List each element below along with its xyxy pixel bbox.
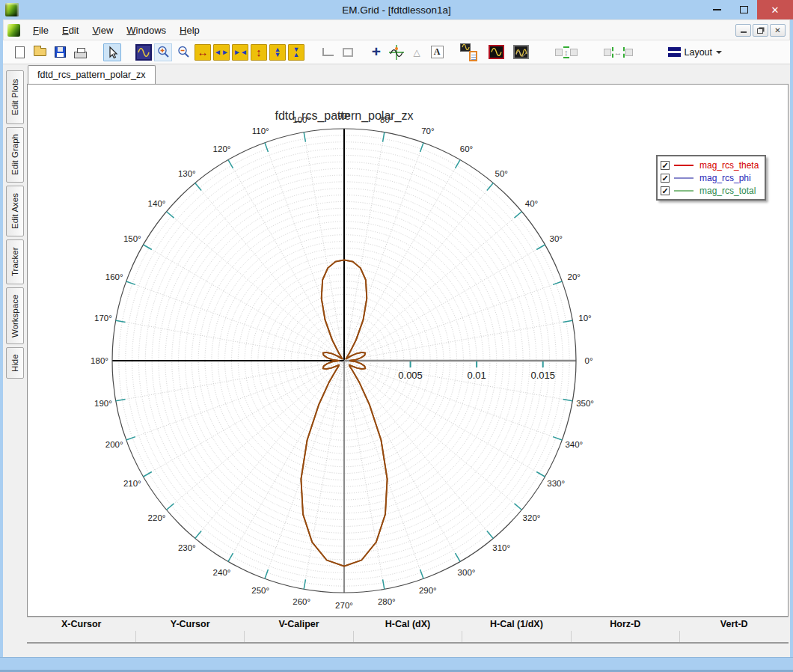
- plot-dark-icon[interactable]: [489, 45, 504, 59]
- mdi-close-button[interactable]: ✕: [770, 24, 786, 37]
- angle-label: 250°: [251, 586, 269, 595]
- title-bar: EM.Grid - [fdtdlesson1a] ✕: [0, 0, 793, 19]
- angle-label: 210°: [123, 479, 141, 488]
- menu-logo-icon: [7, 24, 20, 37]
- triangle-icon[interactable]: △: [408, 43, 426, 61]
- expand-x-icon[interactable]: ↔: [195, 44, 211, 61]
- angle-label: 350°: [576, 399, 594, 408]
- chevron-down-icon: [716, 51, 722, 54]
- sidebar-tab-edit-axes[interactable]: Edit Axes: [6, 186, 24, 236]
- save-icon[interactable]: [51, 43, 69, 61]
- status-column-label: H-Cal (1/dX): [462, 619, 571, 629]
- angle-label: 140°: [148, 199, 166, 208]
- layout-menu-button[interactable]: Layout: [664, 45, 727, 60]
- angle-label: 50°: [495, 169, 507, 178]
- print-icon[interactable]: [71, 43, 89, 61]
- menu-item-view[interactable]: View: [85, 22, 120, 39]
- angle-label: 220°: [148, 513, 166, 522]
- tracker-icon[interactable]: [388, 43, 405, 61]
- angle-label: 270°: [335, 601, 353, 610]
- open-file-icon[interactable]: [31, 43, 49, 61]
- axes-corner-icon[interactable]: [319, 43, 337, 61]
- plot-panel[interactable]: 0.0050.010.0150°10°20°30°40°50°60°70°80°…: [27, 84, 789, 617]
- compress-y-icon[interactable]: ▼▲: [288, 44, 304, 61]
- status-column-label: X-Cursor: [27, 619, 135, 629]
- new-file-icon[interactable]: [10, 43, 28, 61]
- angle-label: 130°: [178, 169, 196, 178]
- angle-label: 30°: [549, 234, 562, 243]
- angle-label: 300°: [458, 568, 476, 577]
- text-label-icon[interactable]: A: [428, 43, 446, 61]
- angle-label: 60°: [460, 144, 473, 153]
- arrows-out-x-icon[interactable]: ◄►: [213, 44, 230, 61]
- status-column-value: [244, 631, 353, 642]
- sidebar-tab-tracker[interactable]: Tracker: [6, 239, 24, 284]
- menu-item-help[interactable]: Help: [173, 22, 206, 39]
- document-tab[interactable]: fdtd_rcs_pattern_polar_zx: [28, 65, 156, 84]
- arrows-out-y-icon[interactable]: ▲▼: [269, 44, 286, 61]
- select-box-icon[interactable]: [339, 43, 357, 61]
- legend-label: mag_rcs_total: [699, 186, 756, 196]
- plot-notes-icon[interactable]: [460, 43, 478, 61]
- angle-label: 260°: [293, 597, 310, 606]
- angle-label: 340°: [565, 440, 583, 449]
- angle-label: 320°: [523, 513, 541, 522]
- legend-checkbox[interactable]: ✓: [661, 161, 670, 170]
- zoom-out-icon[interactable]: [174, 43, 192, 61]
- legend: ✓mag_rcs_theta✓mag_rcs_phi✓mag_rcs_total: [656, 155, 766, 201]
- status-column-value: [571, 631, 680, 642]
- sidebar-tab-edit-graph[interactable]: Edit Graph: [6, 127, 24, 183]
- fit-vertical-icon[interactable]: ↕: [555, 46, 578, 58]
- legend-line-sample: [674, 190, 694, 192]
- status-column-label: Y-Cursor: [135, 619, 244, 629]
- plot-overlay-icon[interactable]: [513, 45, 529, 59]
- sidebar-tab-workspace[interactable]: Workspace: [6, 287, 24, 344]
- sidebar-tab-hide[interactable]: Hide: [6, 347, 24, 379]
- plot-icon[interactable]: [135, 44, 152, 61]
- angle-label: 240°: [213, 568, 231, 577]
- angle-label: 330°: [547, 479, 565, 488]
- angle-label: 10°: [578, 314, 591, 323]
- legend-label: mag_rcs_phi: [699, 173, 751, 183]
- radial-axis-label: 0.015: [530, 370, 555, 381]
- status-column-label: Horz-D: [571, 619, 679, 629]
- radial-axis-label: 0.005: [398, 370, 423, 381]
- layout-menu-icon: [668, 47, 681, 57]
- menu-item-windows[interactable]: Windows: [120, 22, 173, 39]
- angle-label: 180°: [91, 356, 108, 365]
- workspace: Edit PlotsEdit GraphEdit AxesTrackerWork…: [3, 64, 790, 657]
- toolbar: ↔ ◄► ►◄ ↕ ▲▼ ▼▲ + △ A ↕ ↔ Layout: [3, 40, 790, 64]
- mdi-minimize-button[interactable]: [735, 24, 751, 37]
- status-column-label: V-Caliper: [245, 619, 353, 629]
- legend-line-sample: [674, 165, 694, 166]
- legend-line-sample: [674, 177, 694, 179]
- expand-y-icon[interactable]: ↕: [251, 44, 267, 61]
- crosshair-icon[interactable]: +: [367, 43, 385, 61]
- fit-horizontal-icon[interactable]: ↔: [604, 47, 633, 58]
- status-column-label: Vert-D: [680, 619, 789, 629]
- layout-menu-label: Layout: [685, 47, 713, 58]
- angle-label: 190°: [94, 399, 112, 408]
- angle-label: 290°: [419, 586, 437, 595]
- document-tab-row: fdtd_rcs_pattern_polar_zx: [27, 64, 789, 84]
- angle-label: 150°: [123, 234, 141, 243]
- legend-checkbox[interactable]: ✓: [661, 186, 670, 195]
- sidebar: Edit PlotsEdit GraphEdit AxesTrackerWork…: [3, 64, 25, 657]
- sidebar-tab-edit-plots[interactable]: Edit Plots: [6, 70, 24, 124]
- angle-label: 230°: [178, 543, 196, 552]
- legend-label: mag_rcs_theta: [699, 160, 759, 171]
- window-title: EM.Grid - [fdtdlesson1a]: [0, 4, 793, 16]
- angle-label: 20°: [568, 272, 581, 281]
- compress-x-icon[interactable]: ►◄: [232, 44, 248, 61]
- pointer-icon[interactable]: [103, 43, 121, 61]
- menu-item-file[interactable]: File: [26, 22, 55, 39]
- legend-row: ✓mag_rcs_total: [661, 184, 759, 197]
- status-bar: X-CursorY-CursorV-CaliperH-Cal (dX)H-Cal…: [27, 617, 789, 644]
- menu-item-edit[interactable]: Edit: [55, 22, 85, 39]
- document-pane: fdtd_rcs_pattern_polar_zx 0.0050.010.015…: [25, 64, 790, 657]
- mdi-restore-button[interactable]: [753, 24, 768, 37]
- em-grid-window: { "window": { "title": "EM.Grid - [fdtdl…: [0, 0, 793, 672]
- radial-axis-label: 0.01: [467, 370, 486, 381]
- legend-checkbox[interactable]: ✓: [661, 174, 670, 183]
- zoom-in-icon[interactable]: [154, 43, 172, 61]
